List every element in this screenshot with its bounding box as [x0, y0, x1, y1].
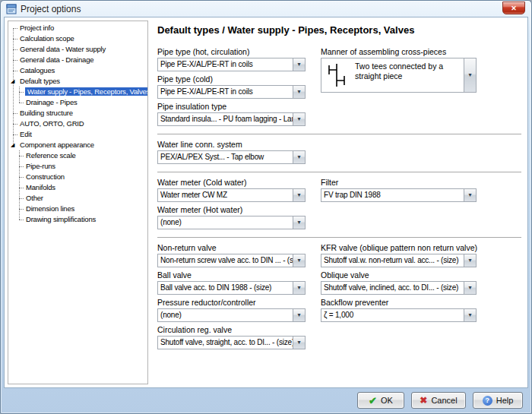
sidebar-item-general-data-water-supply[interactable]: General data - Water supply [8, 44, 147, 55]
field-label: KFR valve (oblique pattern non return va… [321, 243, 477, 253]
dialog-body: Project info Calculation scope General d… [4, 17, 528, 388]
water-meter-cold-dropdown[interactable]: Water meter CW MZ ▾ [157, 188, 306, 202]
separator [157, 237, 521, 238]
options-tree: Project info Calculation scope General d… [8, 21, 148, 384]
field-water-line: Water line conn. system PEX/AL/PEX Syst.… [157, 140, 306, 164]
field-water-meter-cold: Water meter (Cold water) Water meter CW … [157, 178, 306, 202]
kfr-valve-dropdown[interactable]: Shutoff val.w. non-return val. acc... - … [321, 254, 477, 267]
circulation-valve-dropdown[interactable]: Shutoff valve, straight, acc. to DI... -… [157, 336, 306, 349]
field-circulation-valve: Circulation reg. valve Shutoff valve, st… [157, 325, 306, 349]
field-label: Ball valve [157, 270, 306, 280]
field-label: Pipe type (cold) [157, 74, 306, 84]
field-pipe-type-hot: Pipe type (hot, circulation) Pipe PE-X/A… [157, 47, 306, 71]
pressure-reductor-dropdown[interactable]: (none) ▾ [157, 308, 306, 322]
page-title: Default types / Water supply - Pipes, Re… [157, 24, 521, 36]
filter-dropdown[interactable]: FV trap DIN 1988 ▾ [321, 188, 477, 202]
field-cross-pieces: Manner of assembling cross-pieces Two te… [321, 47, 477, 93]
non-return-valve-dropdown[interactable]: Non-return screw valve acc. to DIN ... -… [157, 254, 306, 267]
dropdown-arrow-icon[interactable]: ▾ [464, 282, 476, 294]
field-pipe-insulation: Pipe insulation type Standard insula... … [157, 102, 306, 126]
field-label: Manner of assembling cross-pieces [321, 47, 477, 57]
field-oblique-valve: Oblique valve Shutoff valve, inclined, a… [321, 270, 477, 295]
check-icon: ✔ [369, 396, 377, 406]
pipe-type-hot-dropdown[interactable]: Pipe PE-X/AL/PE-RT in coils ▾ [157, 58, 306, 71]
separator [157, 134, 521, 134]
cancel-button[interactable]: ✖ Cancel [411, 392, 466, 409]
dropdown-arrow-icon[interactable]: ▾ [293, 189, 305, 201]
dropdown-arrow-icon[interactable]: ▾ [293, 254, 305, 267]
sidebar-item-auto-orto-grid[interactable]: AUTO, ORTO, GRID [8, 119, 147, 129]
help-button-label: Help [496, 396, 514, 405]
sidebar-item-drawing-simplifications[interactable]: Drawing simplifications [8, 214, 147, 225]
settings-panel: Default types / Water supply - Pipes, Re… [151, 17, 527, 387]
water-meter-group: Water meter (Cold water) Water meter CW … [157, 178, 521, 232]
sidebar-item-general-data-drainage[interactable]: General data - Drainage [8, 55, 147, 65]
sidebar-item-edit[interactable]: Edit [8, 129, 147, 140]
field-backflow-preventer: Backflow preventer ζ = 1,000 ▾ [321, 298, 477, 322]
window-title: Project options [21, 4, 81, 14]
close-button[interactable]: ✕ [502, 2, 525, 14]
dropdown-arrow-icon[interactable]: ▾ [293, 58, 305, 71]
ball-valve-dropdown[interactable]: Ball valve acc. to DIN 1988 - (size) ▾ [157, 281, 306, 295]
tree-expander-icon[interactable]: ◢ [11, 76, 14, 87]
valves-group: Non-return valve Non-return screw valve … [157, 243, 521, 352]
field-non-return-valve: Non-return valve Non-return screw valve … [157, 243, 306, 267]
sidebar-item-default-types[interactable]: ◢Default types [8, 76, 147, 87]
backflow-preventer-dropdown[interactable]: ζ = 1,000 ▾ [321, 308, 477, 322]
help-button[interactable]: ? Help [473, 392, 523, 409]
oblique-valve-dropdown[interactable]: Shutoff valve, inclined, acc. to DI... -… [321, 281, 477, 295]
cross-pieces-dropdown[interactable]: Two tees connected by a straight piece ▾ [321, 58, 477, 93]
separator [157, 172, 521, 172]
field-label: Pipe type (hot, circulation) [157, 47, 306, 57]
field-label: Water meter (Cold water) [157, 178, 306, 188]
app-icon[interactable] [6, 4, 17, 14]
dropdown-arrow-icon[interactable]: ▾ [293, 309, 305, 321]
dropdown-arrow-icon[interactable]: ▾ [293, 151, 305, 163]
dropdown-arrow-icon[interactable]: ▾ [464, 58, 476, 92]
sidebar-item-project-info[interactable]: Project info [8, 23, 147, 33]
sidebar-item-drainage-pipes[interactable]: Drainage - Pipes [8, 97, 147, 108]
pipe-insulation-dropdown[interactable]: Standard insula... - PU foam lagging - L… [157, 112, 306, 126]
x-icon: ✖ [420, 396, 427, 405]
ok-button-label: OK [381, 396, 393, 405]
field-label: Non-return valve [157, 243, 306, 253]
sidebar-item-catalogues[interactable]: Catalogues [8, 65, 147, 76]
dropdown-arrow-icon[interactable]: ▾ [464, 189, 476, 201]
sidebar-item-pipe-runs[interactable]: Pipe-runs [8, 161, 147, 172]
sidebar-item-manifolds[interactable]: Manifolds [8, 182, 147, 193]
pipe-type-cold-dropdown[interactable]: Pipe PE-X/AL/PE-RT in coils ▾ [157, 85, 306, 99]
dialog-footer: ✔ OK ✖ Cancel ? Help [1, 391, 531, 409]
tree-expander-icon[interactable]: ◢ [11, 140, 14, 150]
field-filter: Filter FV trap DIN 1988 ▾ [321, 178, 477, 202]
dropdown-arrow-icon[interactable]: ▾ [293, 113, 305, 125]
dropdown-arrow-icon[interactable]: ▾ [293, 282, 305, 294]
sidebar-item-calculation-scope[interactable]: Calculation scope [8, 33, 147, 44]
water-line-dropdown[interactable]: PEX/AL/PEX Syst... - Tap elbow ▾ [157, 150, 306, 164]
question-icon: ? [483, 396, 492, 406]
sidebar-item-water-supply-pipes-receptors-valves[interactable]: Water supply - Pipes, Receptors, Valves [8, 87, 147, 97]
dropdown-arrow-icon[interactable]: ▾ [293, 337, 305, 349]
sidebar-item-building-structure[interactable]: Building structure [8, 108, 147, 119]
pipe-types-group: Pipe type (hot, circulation) Pipe PE-X/A… [157, 47, 521, 129]
dropdown-arrow-icon[interactable]: ▾ [293, 216, 305, 229]
sidebar-item-dimension-lines[interactable]: Dimension lines [8, 204, 147, 214]
ok-button[interactable]: ✔ OK [357, 392, 404, 409]
cross-piece-diagram-icon [321, 58, 352, 92]
field-water-meter-hot: Water meter (Hot water) (none) ▾ [157, 205, 306, 229]
field-label: Pipe insulation type [157, 102, 306, 112]
dropdown-arrow-icon[interactable]: ▾ [464, 254, 476, 267]
field-pressure-reductor: Pressure reductor/controller (none) ▾ [157, 298, 306, 322]
sidebar-item-other[interactable]: Other [8, 193, 147, 204]
field-ball-valve: Ball valve Ball valve acc. to DIN 1988 -… [157, 270, 306, 295]
field-label: Backflow preventer [321, 298, 477, 308]
field-label: Filter [321, 178, 477, 188]
sidebar-item-construction[interactable]: Construction [8, 172, 147, 182]
water-meter-hot-dropdown[interactable]: (none) ▾ [157, 216, 306, 229]
field-label: Oblique valve [321, 270, 477, 280]
sidebar-item-reference-scale[interactable]: Reference scale [8, 150, 147, 161]
dropdown-arrow-icon[interactable]: ▾ [293, 86, 305, 98]
close-icon: ✕ [511, 5, 517, 12]
water-line-group: Water line conn. system PEX/AL/PEX Syst.… [157, 140, 521, 167]
dropdown-arrow-icon[interactable]: ▾ [464, 309, 476, 321]
sidebar-item-component-appearance[interactable]: ◢Component appearance [8, 140, 147, 150]
